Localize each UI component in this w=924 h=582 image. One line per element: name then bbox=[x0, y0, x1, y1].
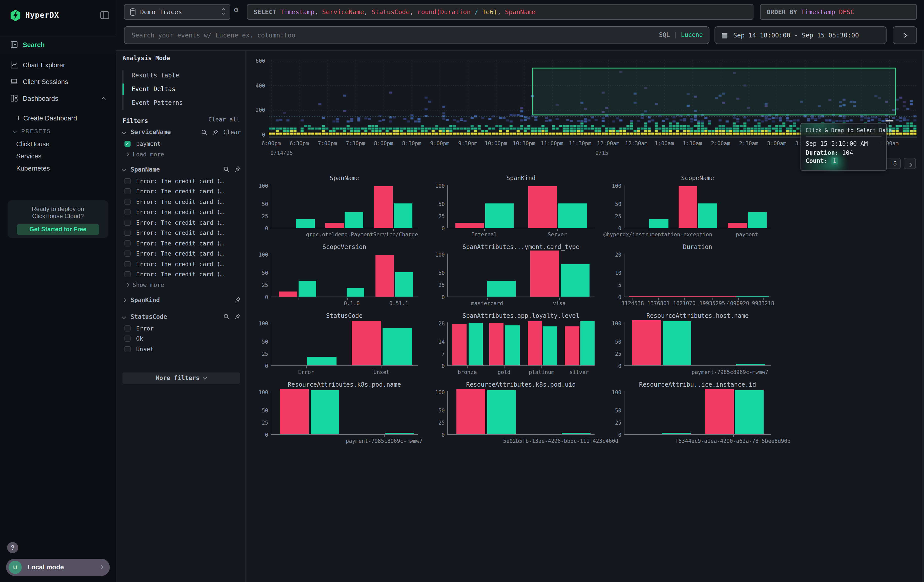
filter-option[interactable]: Error: The credit card (… bbox=[116, 186, 246, 196]
filter-option-label: Error: The credit card (… bbox=[136, 198, 224, 206]
clear-filter-button[interactable]: Clear bbox=[223, 129, 241, 136]
gear-icon[interactable]: ⚙ bbox=[234, 5, 238, 14]
delta-chart-spanattributes-app-loyalty-level: SpanAttributes.app.loyalty.level071428br… bbox=[428, 312, 605, 381]
bar bbox=[489, 323, 503, 365]
analysis-mode-results-table[interactable]: Results Table bbox=[122, 69, 240, 82]
date-range-picker[interactable]: Sep 14 18:00:00 - Sep 15 05:30:00 bbox=[714, 26, 886, 44]
filter-option[interactable]: Error: The credit card (… bbox=[116, 196, 246, 207]
x-axis-tick-label: @hyperdx/instrumentation-exception bbox=[604, 231, 712, 237]
y-axis-tick-label: 25 bbox=[428, 420, 445, 425]
axis-tick-mark bbox=[579, 366, 580, 368]
filter-option[interactable]: Error: The credit card (… bbox=[116, 207, 246, 218]
y-axis-tick-label: 600 bbox=[246, 58, 265, 64]
search-icon[interactable] bbox=[223, 313, 230, 320]
checkbox-icon[interactable] bbox=[124, 261, 130, 267]
chart-plot bbox=[271, 391, 418, 435]
filter-option[interactable]: Unset bbox=[116, 344, 246, 354]
sidebar-item-clickhouse[interactable]: ClickHouse bbox=[16, 140, 50, 148]
collapse-sidebar-icon[interactable] bbox=[100, 10, 110, 20]
y-axis-tick-label: 100 bbox=[605, 183, 621, 188]
filter-option[interactable]: Error: The credit card (… bbox=[116, 249, 246, 259]
pin-icon[interactable] bbox=[212, 129, 219, 135]
axis-tick-mark bbox=[738, 298, 739, 300]
checkbox-icon[interactable] bbox=[124, 220, 130, 226]
x-axis-tick-label: Unset bbox=[373, 369, 389, 375]
filter-option[interactable]: Error bbox=[116, 323, 246, 333]
y-axis-tick-label: 100 bbox=[251, 320, 268, 326]
filter-group-header-statuscode[interactable]: StatusCode bbox=[116, 311, 246, 323]
bar bbox=[735, 390, 764, 434]
filter-option-label: payment bbox=[136, 140, 161, 148]
help-button[interactable]: ? bbox=[7, 542, 18, 553]
filter-group-header-spankind[interactable]: SpanKind bbox=[116, 294, 246, 307]
scrollbar[interactable] bbox=[922, 51, 924, 582]
more-filters-button[interactable]: More filters bbox=[122, 373, 240, 384]
chevron-up-icon[interactable] bbox=[102, 97, 106, 101]
pin-icon[interactable] bbox=[234, 313, 241, 320]
source-select[interactable]: Demo Traces bbox=[124, 4, 230, 20]
filter-option[interactable]: Error: The credit card (… bbox=[116, 238, 246, 249]
bar bbox=[736, 296, 769, 297]
sidebar-item-services[interactable]: Services bbox=[16, 152, 41, 160]
checkbox-icon[interactable] bbox=[124, 209, 130, 215]
sidebar-item-client-sessions[interactable]: Client Sessions bbox=[0, 74, 116, 89]
sidebar-item-chart-explorer[interactable]: Chart Explorer bbox=[0, 57, 116, 73]
filter-option[interactable]: Error: The credit card (… bbox=[116, 269, 246, 280]
filter-group-header-servicename[interactable]: ServiceNameClear bbox=[116, 127, 246, 138]
y-axis-tick-label: 50 bbox=[251, 201, 268, 207]
checkbox-icon[interactable] bbox=[124, 336, 130, 342]
run-query-button[interactable] bbox=[893, 26, 917, 44]
search-input[interactable] bbox=[124, 27, 709, 43]
checkbox-icon[interactable] bbox=[124, 346, 130, 352]
sql-select-input[interactable]: SELECT Timestamp, ServiceName, StatusCod… bbox=[247, 4, 754, 20]
checkbox-icon[interactable] bbox=[124, 178, 130, 184]
sidebar-item-kubernetes[interactable]: Kubernetes bbox=[16, 165, 50, 172]
analysis-mode-event-deltas[interactable]: Event Deltas bbox=[122, 82, 240, 96]
lucene-toggle[interactable]: Lucene bbox=[681, 31, 703, 38]
sidebar-item-dashboards[interactable]: Dashboards bbox=[0, 91, 116, 106]
brand[interactable]: HyperDX bbox=[0, 7, 116, 24]
analysis-mode-event-patterns[interactable]: Event Patterns bbox=[122, 96, 240, 110]
y-axis-tick-label: 50 bbox=[605, 407, 621, 414]
presets-section-toggle[interactable]: PRESETS bbox=[21, 128, 51, 134]
query-token: Timestamp bbox=[801, 8, 835, 16]
y-axis-tick-label: 0 bbox=[605, 225, 621, 231]
filter-option[interactable]: Ok bbox=[116, 333, 246, 344]
search-icon[interactable] bbox=[223, 166, 230, 172]
checkbox-icon[interactable] bbox=[124, 230, 130, 236]
pin-icon[interactable] bbox=[234, 296, 241, 303]
filter-group-header-spanname[interactable]: SpanName bbox=[116, 164, 246, 176]
create-dashboard-button[interactable]: + Create Dashboard bbox=[23, 114, 77, 122]
filter-option[interactable]: Error: The credit card (… bbox=[116, 218, 246, 228]
sql-toggle[interactable]: SQL bbox=[659, 31, 670, 38]
sidebar-item-search[interactable]: Search bbox=[0, 36, 116, 53]
checkbox-icon[interactable] bbox=[124, 325, 130, 331]
filter-group-footer-link[interactable]: Show more bbox=[116, 280, 246, 290]
filter-option[interactable]: Error: The credit card (… bbox=[116, 176, 246, 186]
checkbox-icon[interactable] bbox=[124, 241, 130, 246]
checkbox-icon[interactable] bbox=[124, 251, 130, 257]
clear-all-filters-button[interactable]: Clear all bbox=[208, 116, 240, 123]
y-axis-tick-label: 25 bbox=[428, 213, 445, 219]
y-axis-tick-label: 25 bbox=[605, 213, 621, 219]
filter-group-footer-link[interactable]: Load more bbox=[116, 149, 246, 159]
order-by-input[interactable]: ORDER BY Timestamp DESC bbox=[760, 4, 917, 20]
axis-tick-mark bbox=[736, 366, 736, 368]
bar bbox=[394, 203, 412, 228]
checkbox-icon[interactable] bbox=[124, 199, 130, 205]
pin-icon[interactable] bbox=[234, 166, 241, 172]
delta-chart-spanattributes-yment-card-type: SpanAttributes...yment.card_type02550100… bbox=[428, 244, 605, 312]
user-menu[interactable]: U Local mode bbox=[6, 559, 110, 576]
y-axis-tick-label: 7 bbox=[428, 351, 445, 357]
checkbox-icon[interactable] bbox=[124, 188, 130, 195]
search-icon[interactable] bbox=[201, 129, 208, 135]
filter-option[interactable]: Error: The credit card (… bbox=[116, 228, 246, 238]
chart-explorer-icon bbox=[10, 61, 18, 69]
filter-option[interactable]: payment bbox=[116, 138, 246, 149]
checkbox-icon[interactable] bbox=[124, 272, 130, 278]
get-started-button[interactable]: Get Started for Free bbox=[17, 224, 99, 235]
next-page-button[interactable] bbox=[904, 158, 916, 169]
checkbox-icon[interactable] bbox=[124, 141, 130, 147]
y-axis-tick-label: 0 bbox=[251, 225, 268, 231]
filter-option[interactable]: Error: The credit card (… bbox=[116, 259, 246, 269]
